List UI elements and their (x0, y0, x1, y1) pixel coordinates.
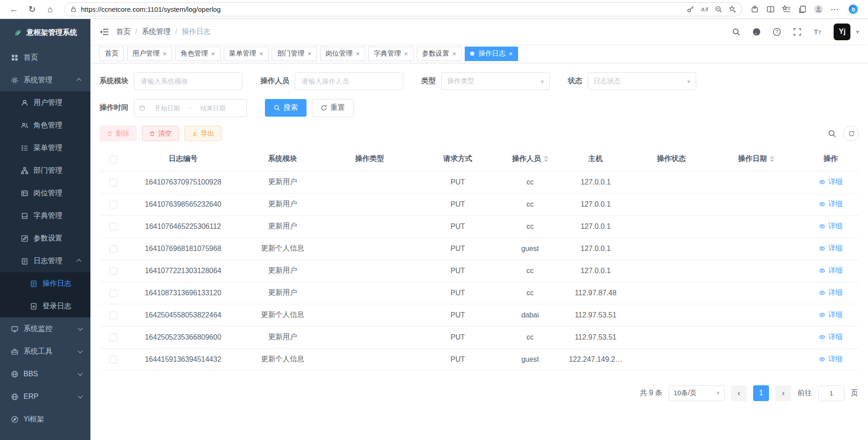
detail-link[interactable]: 详细 (819, 332, 843, 342)
row-checkbox[interactable] (109, 289, 117, 297)
tab-close-icon[interactable]: × (259, 50, 264, 57)
row-checkbox[interactable] (109, 356, 117, 364)
sidebar-item-roles[interactable]: 角色管理 (0, 114, 90, 137)
row-checkbox[interactable] (109, 179, 117, 186)
tab-home[interactable]: 首页 (99, 47, 124, 61)
sidebar-item-menus[interactable]: 菜单管理 (0, 137, 90, 159)
header-operator[interactable]: 操作人员 (502, 147, 558, 171)
date-range-picker[interactable]: - (134, 99, 247, 117)
zoom-out-icon[interactable] (715, 5, 722, 13)
split-screen-icon[interactable] (766, 5, 775, 14)
tab-close-icon[interactable]: × (307, 50, 311, 57)
tab-post-mgmt[interactable]: 岗位管理× (320, 47, 365, 61)
github-icon[interactable] (752, 28, 761, 36)
search-button[interactable]: 搜索 (265, 99, 307, 117)
tab-param-settings[interactable]: 参数设置× (417, 47, 462, 61)
detail-link[interactable]: 详细 (819, 199, 843, 209)
favorites-icon[interactable] (782, 5, 791, 14)
sidebar-item-yi-framework[interactable]: Yi框架 (0, 408, 90, 431)
back-icon[interactable]: ← (6, 2, 22, 17)
fullscreen-icon[interactable] (793, 28, 802, 36)
start-date-input[interactable] (148, 104, 186, 112)
help-icon[interactable]: ? (773, 28, 781, 36)
module-input[interactable] (134, 72, 242, 90)
detail-link[interactable]: 详细 (819, 310, 843, 320)
detail-link[interactable]: 详细 (819, 222, 843, 231)
font-size-icon[interactable]: TT (813, 28, 822, 36)
page-size-select[interactable]: 10条/页 ▾ (669, 385, 725, 401)
app-logo[interactable]: 意框架管理系统 (0, 19, 90, 46)
table-refresh-icon[interactable] (844, 126, 859, 141)
sidebar-item-operation-log[interactable]: 操作日志 (0, 272, 90, 295)
tab-user-mgmt[interactable]: 用户管理× (127, 47, 172, 61)
home-icon[interactable]: ⌂ (42, 2, 58, 17)
detail-link[interactable]: 详细 (819, 355, 843, 364)
sidebar-item-erp[interactable]: ERP (0, 385, 90, 408)
sidebar-item-parameters[interactable]: 参数设置 (0, 227, 90, 250)
profile-avatar-icon[interactable] (814, 5, 823, 14)
detail-link[interactable]: 详细 (819, 288, 843, 298)
search-icon[interactable] (732, 28, 741, 36)
export-button[interactable]: 导出 (184, 126, 222, 141)
extensions-icon[interactable] (750, 5, 759, 14)
tab-close-icon[interactable]: × (356, 50, 360, 57)
sidebar-item-tools[interactable]: 系统工具 (0, 340, 90, 363)
tab-close-icon[interactable]: × (404, 50, 408, 57)
sort-icon[interactable] (544, 154, 548, 164)
sidebar-item-login-log[interactable]: 登录日志 (0, 295, 90, 317)
end-date-input[interactable] (194, 104, 232, 112)
password-key-icon[interactable] (687, 5, 694, 13)
add-favorite-icon[interactable] (729, 5, 736, 13)
detail-link[interactable]: 详细 (819, 266, 843, 275)
page-number-button[interactable]: 1 (753, 385, 769, 401)
status-select[interactable]: 日志状态 ▾ (588, 72, 696, 90)
sidebar-item-monitoring[interactable]: 系统监控 (0, 317, 90, 340)
detail-link[interactable]: 详细 (819, 244, 843, 253)
user-avatar[interactable]: Yj (834, 24, 850, 40)
sidebar-item-system[interactable]: 系统管理 (0, 69, 90, 91)
select-all-checkbox[interactable] (109, 156, 117, 163)
delete-button[interactable]: 删除 (99, 126, 137, 141)
address-bar[interactable]: https://ccnetcore.com:1101/system/log/op… (64, 2, 742, 16)
tab-operation-log[interactable]: 操作日志× (465, 47, 518, 61)
sidebar-item-bbs[interactable]: BBS (0, 363, 90, 385)
tab-menu-mgmt[interactable]: 菜单管理× (224, 47, 269, 61)
sidebar-item-dictionary[interactable]: 字典管理 (0, 204, 90, 227)
row-checkbox[interactable] (109, 201, 117, 208)
tab-close-icon[interactable]: × (211, 50, 215, 57)
table-search-icon[interactable] (828, 129, 836, 138)
browser-menu-icon[interactable]: ⋯ (830, 4, 840, 14)
row-checkbox[interactable] (109, 267, 117, 275)
tab-dict-mgmt[interactable]: 字典管理× (368, 47, 414, 61)
breadcrumb-section[interactable]: 系统管理 (142, 27, 170, 37)
sidebar-item-users[interactable]: 用户管理 (0, 91, 90, 114)
clear-button[interactable]: 清空 (142, 126, 179, 141)
collections-icon[interactable] (798, 5, 807, 14)
refresh-icon[interactable]: ↻ (24, 2, 40, 17)
hamburger-icon[interactable] (99, 27, 109, 37)
type-select[interactable]: 操作类型 ▾ (441, 72, 550, 90)
breadcrumb-home[interactable]: 首页 (116, 27, 131, 37)
tab-close-icon[interactable]: × (163, 50, 167, 57)
row-checkbox[interactable] (109, 245, 117, 253)
tab-close-icon[interactable]: × (453, 50, 457, 57)
sidebar-item-departments[interactable]: 部门管理 (0, 159, 90, 182)
sort-icon[interactable] (770, 154, 774, 164)
row-checkbox[interactable] (109, 334, 117, 341)
sidebar-item-home[interactable]: 首页 (0, 46, 90, 69)
header-date[interactable]: 操作日期 (710, 147, 802, 171)
sidebar-item-posts[interactable]: 岗位管理 (0, 182, 90, 204)
sidebar-item-logs[interactable]: 日志管理 (0, 250, 90, 272)
detail-link[interactable]: 详细 (819, 177, 843, 187)
reset-button[interactable]: 重置 (312, 99, 354, 117)
copilot-icon[interactable]: b (847, 3, 860, 16)
tab-dept-mgmt[interactable]: 部门管理× (272, 47, 317, 61)
operator-input[interactable] (295, 72, 403, 90)
row-checkbox[interactable] (109, 223, 117, 231)
read-aloud-icon[interactable]: A (701, 5, 708, 13)
tab-close-icon[interactable]: × (509, 50, 513, 57)
goto-page-input[interactable] (818, 385, 844, 401)
next-page-button[interactable]: › (775, 385, 791, 401)
avatar-caret-icon[interactable]: ▾ (856, 28, 859, 35)
row-checkbox[interactable] (109, 312, 117, 319)
